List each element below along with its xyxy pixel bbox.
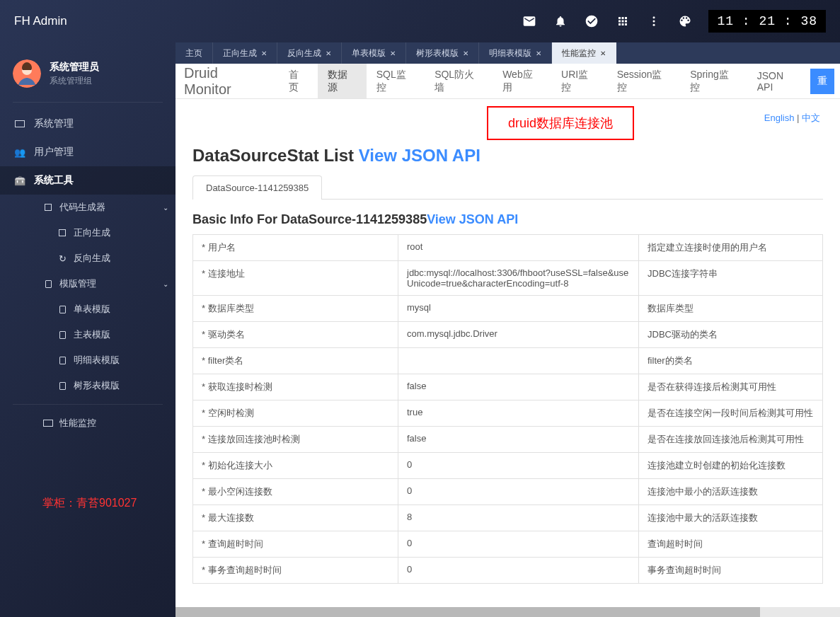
druid-nav-item[interactable]: 数据源 [318, 64, 367, 98]
field-description: JDBC驱动的类名 [639, 322, 823, 348]
druid-nav-item[interactable]: Session监控 [607, 64, 681, 98]
more-vert-icon[interactable] [646, 13, 662, 29]
nav-forward-gen[interactable]: 正向生成 [50, 220, 176, 246]
nav-perf-monitor[interactable]: 性能监控 [35, 410, 176, 436]
user-card[interactable]: 系统管理员 系统管理组 [0, 51, 176, 96]
nav-template-mgmt[interactable]: 模版管理⌄ [35, 271, 176, 296]
check-circle-icon[interactable] [584, 13, 599, 29]
field-description: filter的类名 [639, 348, 823, 374]
field-name: * 用户名 [193, 235, 398, 261]
nav-tree-tpl[interactable]: 树形表模版 [50, 373, 176, 398]
close-icon[interactable]: ✕ [536, 50, 541, 57]
tab-label: 正向生成 [223, 47, 257, 59]
nav-code-generator[interactable]: 代码生成器⌄ [35, 195, 176, 220]
callout-annotation: druid数据库连接池 [487, 106, 634, 140]
tab-label: 性能监控 [562, 47, 596, 59]
druid-nav-item[interactable]: 首页 [279, 64, 318, 98]
nav-label: 性能监控 [59, 417, 96, 429]
content-tab[interactable]: 性能监控✕ [552, 42, 616, 64]
chevron-down-icon: ⌄ [163, 280, 168, 288]
horizontal-scrollbar[interactable] [176, 607, 840, 617]
druid-nav-item[interactable]: JSON API [747, 64, 810, 98]
close-icon[interactable]: ✕ [600, 50, 606, 57]
druid-nav-item[interactable]: Spring监控 [680, 64, 747, 98]
nav-master-tpl[interactable]: 主表模版 [50, 322, 176, 347]
app-brand: FH Admin [14, 14, 67, 28]
nav-detail-tpl[interactable]: 明细表模版 [50, 347, 176, 373]
lang-sep: | [794, 113, 802, 123]
table-row: * 查询超时时间0查询超时时间 [193, 531, 823, 558]
tab-label: 树形表模版 [416, 47, 459, 59]
nav-system-tools[interactable]: 系统工具 [0, 166, 176, 195]
table-row: * 连接地址jdbc:mysql://localhost:3306/fhboot… [193, 261, 823, 296]
druid-nav-item[interactable]: SQL防火墙 [425, 64, 493, 98]
close-icon[interactable]: ✕ [326, 50, 331, 57]
field-description: 连接池中最大的活跃连接数 [639, 505, 823, 531]
datasource-tab[interactable]: DataSource-1141259385 [192, 175, 322, 200]
nav-system-mgmt[interactable]: 系统管理 [0, 110, 176, 138]
svg-point-0 [653, 16, 655, 18]
field-value: false [398, 427, 639, 453]
field-name: * 连接地址 [193, 261, 398, 296]
toolbox-icon [14, 175, 25, 186]
bell-icon[interactable] [553, 13, 568, 29]
field-description: 连接池中最小的活跃连接数 [639, 479, 823, 505]
table-row: * 空闲时检测true是否在连接空闲一段时间后检测其可用性 [193, 400, 823, 427]
doc-icon [57, 382, 68, 390]
view-json-api-link[interactable]: View JSON API [427, 212, 518, 226]
content-tab[interactable]: 正向生成✕ [213, 42, 277, 64]
table-row: * 事务查询超时时间0事务查询超时时间 [193, 558, 823, 584]
content-tab[interactable]: 反向生成✕ [277, 42, 342, 64]
apps-icon[interactable] [615, 13, 631, 29]
user-group: 系统管理组 [50, 75, 99, 87]
divider [13, 404, 163, 405]
lang-chinese-link[interactable]: 中文 [802, 113, 820, 123]
language-switch: English | 中文 [764, 112, 820, 125]
field-name: * 连接放回连接池时检测 [193, 427, 398, 453]
grid-icon [42, 204, 54, 211]
druid-nav-item[interactable]: URI监控 [551, 64, 607, 98]
view-json-api-link[interactable]: View JSON API [359, 146, 481, 165]
content-tab[interactable]: 主页 [176, 42, 213, 64]
field-name: * 最小空闲连接数 [193, 479, 398, 505]
field-name: * 初始化连接大小 [193, 453, 398, 479]
people-icon [14, 147, 25, 158]
close-icon[interactable]: ✕ [463, 50, 468, 57]
lang-english-link[interactable]: English [764, 113, 795, 123]
druid-nav-item[interactable]: Web应用 [493, 64, 551, 98]
content-tab[interactable]: 单表模版✕ [342, 42, 406, 64]
square-icon [57, 229, 68, 236]
nav-user-mgmt[interactable]: 用户管理 [0, 138, 176, 166]
field-name: * 最大连接数 [193, 505, 398, 531]
druid-nav-item[interactable]: SQL监控 [367, 64, 425, 98]
svg-point-1 [653, 21, 655, 23]
field-value: root [398, 235, 639, 261]
field-description: 是否在获得连接后检测其可用性 [639, 374, 823, 400]
nav-label: 代码生成器 [59, 201, 105, 214]
close-icon[interactable]: ✕ [390, 50, 396, 57]
nav-single-tpl[interactable]: 单表模版 [50, 296, 176, 322]
topbar-actions: 11 : 21 : 38 [522, 10, 826, 33]
palette-icon[interactable] [677, 13, 693, 29]
close-icon[interactable]: ✕ [261, 50, 267, 57]
content-tab[interactable]: 树形表模版✕ [406, 42, 479, 64]
content-tab[interactable]: 明细表模版✕ [479, 42, 552, 64]
mail-icon[interactable] [522, 13, 537, 29]
scrollbar-thumb[interactable] [176, 607, 760, 617]
tab-label: 单表模版 [352, 47, 386, 59]
table-row: * filter类名filter的类名 [193, 348, 823, 374]
table-row: * 初始化连接大小0连接池建立时创建的初始化连接数 [193, 453, 823, 479]
tab-label: 明细表模版 [489, 47, 531, 59]
svg-point-2 [653, 24, 655, 26]
nav-reverse-gen[interactable]: 反向生成 [50, 246, 176, 271]
table-row: * 最大连接数8连接池中最大的活跃连接数 [193, 505, 823, 531]
monitor-icon [42, 420, 54, 427]
field-value [398, 348, 639, 374]
field-value: true [398, 400, 639, 427]
nav-label: 用户管理 [34, 146, 74, 158]
field-description: 是否在连接放回连接池后检测其可用性 [639, 427, 823, 453]
field-value: com.mysql.jdbc.Driver [398, 322, 639, 348]
reset-button[interactable]: 重 [810, 69, 834, 94]
nav-label: 正向生成 [74, 226, 110, 239]
doc-icon [57, 331, 68, 339]
